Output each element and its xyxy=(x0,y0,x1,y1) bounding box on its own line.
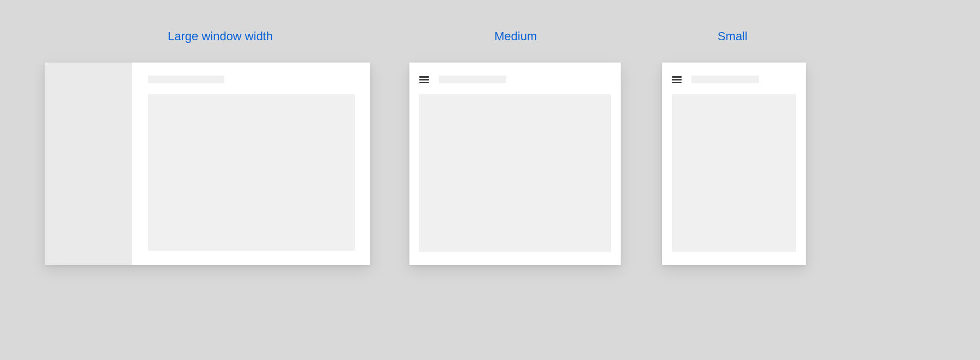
window-medium xyxy=(409,63,621,265)
content-placeholder xyxy=(148,94,355,251)
hamburger-icon[interactable] xyxy=(672,76,682,83)
title-placeholder xyxy=(148,76,224,83)
sidebar xyxy=(45,63,132,265)
label-medium: Medium xyxy=(494,29,537,44)
label-large: Large window width xyxy=(168,29,273,44)
title-placeholder xyxy=(439,76,506,83)
content-placeholder xyxy=(419,94,611,252)
window-large xyxy=(45,63,370,265)
window-small xyxy=(662,63,806,265)
content-placeholder xyxy=(672,94,796,252)
title-placeholder xyxy=(691,76,759,83)
hamburger-icon[interactable] xyxy=(419,76,429,83)
label-small: Small xyxy=(718,29,748,44)
